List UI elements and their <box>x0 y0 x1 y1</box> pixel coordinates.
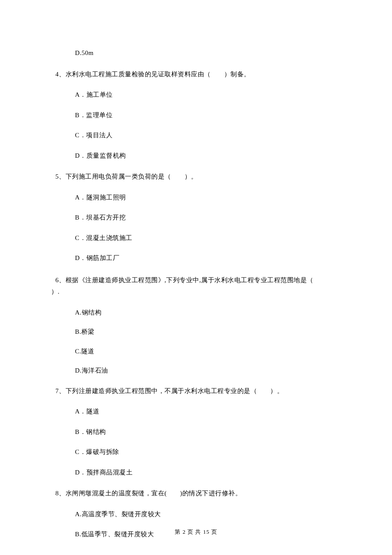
question-6-option-c: C.隧道 <box>51 347 341 356</box>
question-6-stem: 6、根据《注册建造师执业工程范围》,下列专业中,属于水利水电工程专业工程范围地是… <box>51 275 341 298</box>
question-6-stem-line2: ）. <box>51 288 60 295</box>
question-6-option-b: B.桥梁 <box>51 328 341 336</box>
page-footer: 第 2 页 共 15 页 <box>0 528 392 536</box>
question-6-option-d: D.海洋石油 <box>51 367 341 375</box>
question-4-option-d: D．质量监督机构 <box>51 152 341 160</box>
prev-question-option-d: D.50m <box>51 49 341 58</box>
question-5-option-a: A．隧洞施工照明 <box>51 194 341 202</box>
question-8-option-a: A.高温度季节、裂缝开度较大 <box>51 510 341 519</box>
question-4-option-b: B．监理单位 <box>51 111 341 120</box>
question-8-stem: 8、水闸闸墩混凝土的温度裂缝，宜在( )的情况下进行修补。 <box>51 489 341 498</box>
question-7-stem: 7、下列注册建造师执业工程范围中，不属于水利水电工程专业的是（ ）。 <box>51 386 341 396</box>
question-5-option-d: D．钢筋加工厂 <box>51 254 341 263</box>
question-5-option-b: B．坝基石方开挖 <box>51 214 341 222</box>
page-content: D.50m 4、水利水电工程施工质量检验的见证取样资料应由（ ）制备。 A．施工… <box>0 0 392 539</box>
question-7-option-c: C．爆破与拆除 <box>51 448 341 457</box>
question-7-option-a: A．隧道 <box>51 408 341 416</box>
question-7-option-b: B．钢结构 <box>51 428 341 436</box>
question-4-stem: 4、水利水电工程施工质量检验的见证取样资料应由（ ）制备。 <box>51 69 341 79</box>
question-5-option-c: C．混凝土浇筑施工 <box>51 234 341 243</box>
question-4-option-c: C．项目法人 <box>51 131 341 140</box>
question-4-option-a: A．施工单位 <box>51 91 341 99</box>
question-6-stem-line1: 6、根据《注册建造师执业工程范围》,下列专业中,属于水利水电工程专业工程范围地是… <box>55 277 320 283</box>
question-5-stem: 5、下列施工用电负荷属一类负荷的是（ ）。 <box>51 172 341 182</box>
question-6-option-a: A.钢结构 <box>51 309 341 317</box>
question-7-option-d: D．预拌商品混凝土 <box>51 468 341 477</box>
